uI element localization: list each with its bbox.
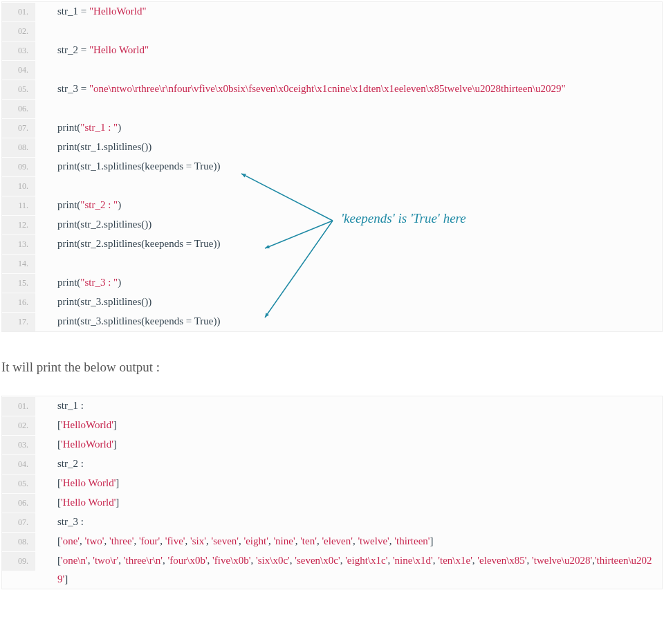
code-line: 15.print("str_3 : ") xyxy=(2,273,662,293)
line-content: ['HelloWorld'] xyxy=(35,435,662,454)
line-number: 01. xyxy=(2,397,35,416)
line-number: 13. xyxy=(2,235,35,254)
line-number: 16. xyxy=(2,293,35,312)
line-content: ['one', 'two', 'three', 'four', 'five', … xyxy=(35,532,662,551)
line-number: 07. xyxy=(2,119,35,138)
code-line: 09.print(str_1.splitlines(keepends = Tru… xyxy=(2,157,662,176)
line-content: str_2 = "Hello World" xyxy=(35,41,662,59)
code-line: 16.print(str_3.splitlines()) xyxy=(2,293,662,312)
line-number: 07. xyxy=(2,513,35,532)
code-line: 11.print("str_2 : ") xyxy=(2,196,662,215)
code-line: 01.str_1 : xyxy=(2,396,662,416)
annotation-text: 'keepends' is 'True' here xyxy=(341,211,466,226)
prose-output-intro: It will print the below output : xyxy=(1,360,663,375)
code-line: 12.print(str_2.splitlines()) xyxy=(2,215,662,234)
line-content xyxy=(35,254,662,273)
line-content: str_3 = "one\ntwo\rthree\r\nfour\vfive\x… xyxy=(35,80,662,98)
line-content: ['Hello World'] xyxy=(35,493,662,512)
line-number: 06. xyxy=(2,494,35,513)
line-number: 06. xyxy=(2,100,35,118)
code-line: 08.['one', 'two', 'three', 'four', 'five… xyxy=(2,532,662,551)
code-line: 03.['HelloWorld'] xyxy=(2,435,662,454)
line-content: str_3 : xyxy=(35,513,662,531)
code-line: 13.print(str_2.splitlines(keepends = Tru… xyxy=(2,234,662,254)
line-number: 14. xyxy=(2,255,35,273)
line-content xyxy=(35,176,662,195)
code-line: 05.str_3 = "one\ntwo\rthree\r\nfour\vfiv… xyxy=(2,80,662,99)
line-number: 09. xyxy=(2,552,35,571)
code-line: 07.str_3 : xyxy=(2,513,662,532)
code-line: 06.['Hello World'] xyxy=(2,493,662,513)
line-number: 02. xyxy=(2,22,35,41)
line-content: ['one\n', 'two\r', 'three\r\n', 'four\x0… xyxy=(35,551,662,589)
line-content: ['HelloWorld'] xyxy=(35,416,662,434)
line-content xyxy=(35,99,662,118)
code-line: 01.str_1 = "HelloWorld" xyxy=(2,2,662,21)
code-line: 03.str_2 = "Hello World" xyxy=(2,41,662,60)
line-number: 05. xyxy=(2,475,35,493)
line-content: str_2 : xyxy=(35,454,662,473)
line-content: print(str_1.splitlines(keepends = True)) xyxy=(35,157,662,176)
code-line: 09.['one\n', 'two\r', 'three\r\n', 'four… xyxy=(2,551,662,589)
line-number: 08. xyxy=(2,533,35,551)
line-number: 15. xyxy=(2,274,35,293)
line-content: ['Hello World'] xyxy=(35,474,662,493)
line-number: 10. xyxy=(2,177,35,196)
code-line: 08.print(str_1.splitlines()) xyxy=(2,138,662,157)
line-content xyxy=(35,21,662,40)
line-number: 04. xyxy=(2,455,35,474)
line-content: str_1 = "HelloWorld" xyxy=(35,2,662,21)
line-number: 05. xyxy=(2,80,35,99)
code-line: 02.['HelloWorld'] xyxy=(2,416,662,435)
line-number: 03. xyxy=(2,436,35,454)
line-content: print(str_3.splitlines()) xyxy=(35,293,662,311)
line-content: print("str_1 : ") xyxy=(35,118,662,137)
line-number: 11. xyxy=(2,196,35,215)
code-line: 10. xyxy=(2,176,662,196)
code-line: 14. xyxy=(2,254,662,273)
line-content xyxy=(35,60,662,79)
code-line: 06. xyxy=(2,99,662,118)
line-content: print(str_1.splitlines()) xyxy=(35,138,662,156)
line-content: print(str_2.splitlines(keepends = True)) xyxy=(35,234,662,253)
code-block-output: 01.str_1 : 02.['HelloWorld']03.['HelloWo… xyxy=(1,396,663,589)
line-number: 09. xyxy=(2,158,35,176)
code-line: 04.str_2 : xyxy=(2,454,662,474)
code-line: 02. xyxy=(2,21,662,41)
line-number: 03. xyxy=(2,42,35,60)
line-number: 01. xyxy=(2,3,35,21)
line-content: print(str_3.splitlines(keepends = True)) xyxy=(35,312,662,331)
line-number: 02. xyxy=(2,416,35,435)
code-line: 17.print(str_3.splitlines(keepends = Tru… xyxy=(2,312,662,331)
line-number: 12. xyxy=(2,216,35,234)
code-line: 04. xyxy=(2,60,662,80)
line-number: 08. xyxy=(2,138,35,157)
code-line: 05.['Hello World'] xyxy=(2,474,662,493)
line-content: print("str_3 : ") xyxy=(35,273,662,292)
line-content: str_1 : xyxy=(35,396,662,415)
line-number: 17. xyxy=(2,313,35,331)
line-number: 04. xyxy=(2,61,35,80)
code-block-source: 'keepends' is 'True' here 01.str_1 = "He… xyxy=(1,1,663,332)
code-line: 07.print("str_1 : ") xyxy=(2,118,662,138)
